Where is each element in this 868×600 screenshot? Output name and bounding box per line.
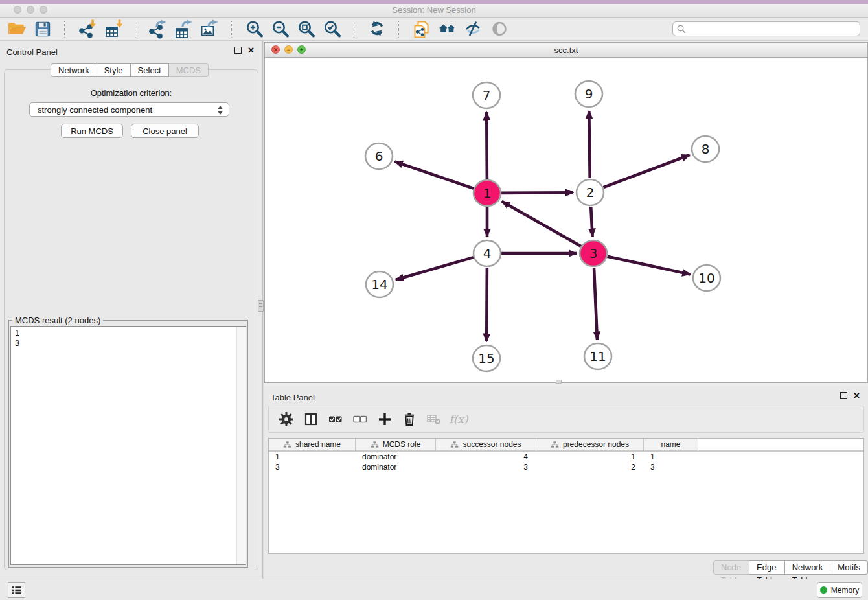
gear-icon[interactable] — [274, 408, 299, 430]
table-toolbar: f(x) — [268, 406, 864, 433]
search-box[interactable] — [672, 21, 860, 36]
graph-edge-1-2[interactable] — [501, 192, 573, 193]
close-panel-icon[interactable]: ✕ — [247, 47, 255, 54]
columns-icon[interactable] — [299, 408, 323, 430]
zoom-selected-icon[interactable] — [319, 18, 345, 40]
close-table-panel-icon[interactable]: ✕ — [853, 392, 860, 399]
cell-name[interactable]: 1 — [644, 452, 698, 461]
import-network-icon[interactable] — [74, 18, 100, 40]
control-tab-mcds[interactable]: MCDS — [169, 63, 209, 77]
zoom-in-icon[interactable] — [242, 18, 268, 40]
export-network-icon[interactable] — [145, 18, 171, 40]
mcds-result-lines: 1 3 — [15, 328, 19, 349]
column-header-predecessor-nodes[interactable]: predecessor nodes — [536, 439, 644, 450]
eye-slash-icon[interactable] — [461, 18, 486, 40]
graph-edge-2-9[interactable] — [589, 111, 589, 178]
svg-text:1: 1 — [483, 185, 492, 201]
cell-name[interactable]: 3 — [644, 463, 698, 472]
cell-predecessor-nodes[interactable]: 2 — [536, 463, 644, 472]
graph-edge-2-8[interactable] — [604, 155, 690, 187]
open-file-icon[interactable] — [4, 18, 30, 40]
divider-grip[interactable] — [258, 300, 264, 312]
zoom-out-icon[interactable] — [268, 18, 293, 40]
table-tab-node-table[interactable]: Node Table — [713, 560, 749, 575]
run-mcds-button[interactable]: Run MCDS — [61, 124, 123, 138]
cell-shared-name[interactable]: 3 — [269, 463, 356, 472]
svg-text:14: 14 — [371, 277, 387, 292]
float-panel-icon[interactable] — [234, 47, 242, 54]
hierarchy-icon — [283, 441, 291, 448]
mcds-result-textarea[interactable]: 1 3 — [10, 326, 246, 565]
graph-node-14[interactable]: 14 — [366, 271, 393, 297]
graph-edge-1-7[interactable] — [486, 112, 487, 179]
memory-button[interactable]: Memory — [817, 582, 862, 598]
graph-node-2[interactable]: 2 — [577, 179, 604, 205]
control-panel-tabs: NetworkStyleSelectMCDS — [51, 63, 209, 77]
function-builder-icon: f(x) — [446, 408, 471, 430]
eye-disabled-icon — [486, 18, 512, 40]
deselect-all-icon[interactable] — [348, 408, 372, 430]
table-tab-network-table[interactable]: Network Table — [785, 560, 831, 575]
graph-edge-4-15[interactable] — [486, 268, 487, 341]
cell-shared-name[interactable]: 1 — [269, 452, 356, 461]
graph-node-8[interactable]: 8 — [692, 136, 719, 162]
network-canvas[interactable]: 1234678910111415 — [265, 58, 867, 382]
criterion-dropdown[interactable]: strongly connected component — [29, 102, 229, 117]
import-table-icon[interactable] — [100, 18, 126, 40]
graph-node-9[interactable]: 9 — [575, 81, 602, 107]
select-all-icon[interactable] — [323, 408, 348, 430]
hierarchy-icon — [551, 441, 559, 448]
graph-node-3[interactable]: 3 — [580, 240, 607, 266]
column-header-shared-name[interactable]: shared name — [269, 439, 356, 450]
refresh-icon[interactable] — [364, 18, 390, 40]
graph-node-6[interactable]: 6 — [365, 143, 393, 169]
cell-MCDS-role[interactable]: dominator — [356, 452, 436, 461]
float-table-panel-icon[interactable] — [840, 392, 847, 399]
save-session-icon[interactable] — [30, 18, 56, 40]
cell-predecessor-nodes[interactable]: 1 — [536, 452, 644, 461]
delete-column-icon[interactable] — [397, 408, 422, 430]
add-column-icon[interactable] — [372, 408, 397, 430]
control-tab-select[interactable]: Select — [131, 63, 169, 77]
mcds-result-scrollbar[interactable] — [236, 327, 246, 564]
column-header-name[interactable]: name — [644, 439, 698, 450]
search-input[interactable] — [687, 23, 860, 36]
column-header-successor-nodes[interactable]: successor nodes — [436, 439, 536, 450]
table-tab-motifs[interactable]: Motifs — [830, 560, 868, 575]
graph-node-15[interactable]: 15 — [473, 345, 500, 371]
graph-node-10[interactable]: 10 — [693, 265, 720, 291]
cell-MCDS-role[interactable]: dominator — [356, 463, 436, 472]
dropdown-stepper-icon — [217, 104, 223, 118]
table-tab-edge-table[interactable]: Edge Table — [749, 560, 785, 575]
cell-successor-nodes[interactable]: 4 — [436, 452, 536, 461]
graph-edge-3-10[interactable] — [608, 257, 691, 275]
column-header-MCDS-role[interactable]: MCDS role — [356, 439, 436, 450]
open-network-file-icon[interactable] — [409, 18, 435, 40]
task-history-button[interactable] — [8, 582, 25, 598]
graph-edge-2-3[interactable] — [591, 207, 592, 237]
list-icon — [11, 585, 23, 595]
export-image-icon[interactable] — [197, 18, 223, 40]
window-titlebar: Session: New Session — [0, 0, 868, 18]
graph-node-1[interactable]: 1 — [474, 180, 501, 206]
close-panel-button[interactable]: Close panel — [131, 124, 199, 138]
graph-edge-1-6[interactable] — [395, 161, 474, 189]
table-row-1[interactable]: 1dominator411 — [269, 452, 863, 462]
svg-text:10: 10 — [698, 270, 714, 286]
control-tab-network[interactable]: Network — [51, 63, 97, 77]
welcome-screen-icon[interactable] — [435, 18, 461, 40]
zoom-fit-icon[interactable] — [293, 18, 319, 40]
control-panel-title: Control Panel — [6, 47, 58, 57]
export-table-icon[interactable] — [171, 18, 197, 40]
graph-edge-3-1[interactable] — [502, 202, 581, 246]
graph-edge-3-11[interactable] — [594, 268, 597, 340]
toolbar-separator — [135, 21, 136, 38]
table-row-2[interactable]: 3dominator323 — [269, 462, 863, 472]
cell-successor-nodes[interactable]: 3 — [436, 463, 536, 472]
graph-node-7[interactable]: 7 — [473, 82, 500, 108]
graph-node-4[interactable]: 4 — [474, 240, 501, 266]
canvas-resize-grip[interactable] — [556, 380, 562, 384]
graph-node-11[interactable]: 11 — [584, 343, 611, 369]
control-tab-style[interactable]: Style — [97, 63, 131, 77]
graph-edge-4-14[interactable] — [396, 257, 474, 280]
